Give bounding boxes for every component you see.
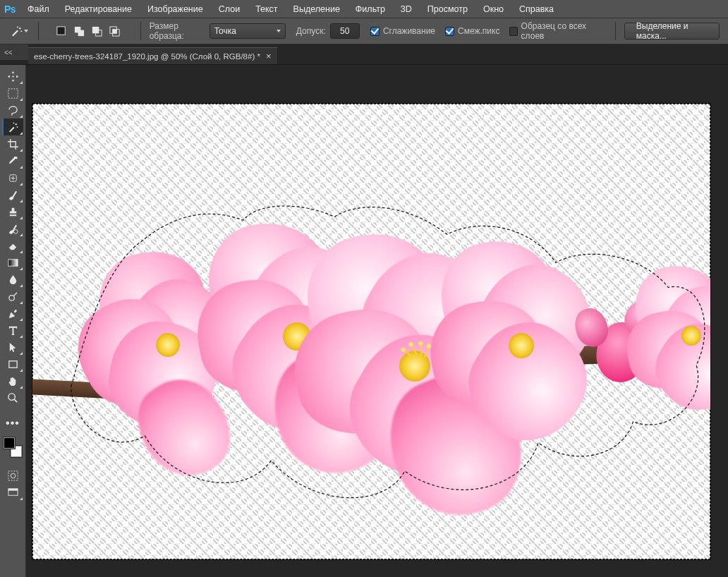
- current-tool-indicator[interactable]: [10, 23, 28, 39]
- sample-size-value: Точка: [214, 26, 236, 36]
- tool-crop[interactable]: [2, 135, 23, 152]
- svg-point-14: [8, 393, 14, 399]
- menu-text[interactable]: Текст: [248, 0, 285, 18]
- quick-mask-icon: [7, 470, 19, 482]
- menu-file[interactable]: Файл: [20, 0, 57, 18]
- menu-image[interactable]: Изображение: [140, 0, 211, 18]
- hand-icon: [7, 375, 19, 387]
- lasso-icon: [7, 104, 19, 116]
- tool-eyedropper[interactable]: [2, 152, 23, 169]
- selection-add-icon[interactable]: [72, 23, 87, 39]
- selection-intersect-icon[interactable]: [107, 23, 123, 39]
- tool-move[interactable]: [2, 68, 23, 85]
- tool-blur[interactable]: [2, 271, 23, 288]
- canvas-wrap: [26, 65, 728, 577]
- selection-mode-group: [54, 18, 125, 44]
- contiguous-checkbox[interactable]: Смеж.пикс: [445, 26, 499, 36]
- pen-icon: [7, 308, 19, 320]
- selection-subtract-icon[interactable]: [90, 23, 105, 39]
- image-content: [32, 104, 710, 559]
- separator: [38, 22, 39, 40]
- tool-eraser[interactable]: [2, 237, 23, 254]
- menu-filter[interactable]: Фильтр: [348, 0, 393, 18]
- app-logo: Ps: [0, 0, 20, 18]
- tool-shape[interactable]: [2, 356, 23, 372]
- tool-zoom[interactable]: [2, 389, 23, 406]
- tools-toolbar: •••: [0, 65, 26, 577]
- svg-rect-18: [8, 488, 17, 490]
- selection-new-icon[interactable]: [54, 23, 70, 39]
- zoom-icon: [7, 392, 19, 404]
- tool-pen[interactable]: [2, 305, 23, 322]
- menu-edit[interactable]: Редактирование: [57, 0, 140, 18]
- close-tab-icon[interactable]: ×: [266, 51, 272, 61]
- chevron-down-icon: [24, 30, 28, 32]
- collapse-panel-button[interactable]: <<: [0, 44, 28, 60]
- tool-lasso[interactable]: [2, 102, 23, 119]
- stamp-icon: [7, 206, 19, 218]
- magic-wand-icon: [7, 121, 19, 133]
- document-tab[interactable]: ese-cherry-trees-324187_1920.jpg @ 50% (…: [28, 47, 278, 64]
- chevron-down-icon: [277, 30, 281, 32]
- main-area: •••: [0, 65, 728, 577]
- tool-dodge[interactable]: [2, 288, 23, 305]
- svg-point-12: [8, 295, 14, 300]
- tolerance-label: Допуск:: [296, 26, 326, 36]
- history-brush-icon: [7, 223, 19, 235]
- dodge-icon: [7, 291, 19, 303]
- menu-help[interactable]: Справка: [511, 0, 562, 18]
- tool-brush[interactable]: [2, 186, 23, 203]
- svg-point-16: [11, 473, 16, 478]
- move-icon: [7, 71, 19, 83]
- menu-view[interactable]: Просмотр: [420, 0, 475, 18]
- separator: [140, 22, 141, 40]
- svg-rect-15: [8, 470, 17, 480]
- foreground-color-swatch[interactable]: [4, 437, 15, 449]
- checkbox-on-icon: [445, 27, 454, 36]
- marquee-icon: [7, 87, 19, 99]
- eyedropper-icon: [7, 155, 19, 167]
- healing-brush-icon: [7, 172, 19, 184]
- tolerance-input[interactable]: [330, 23, 360, 39]
- document-canvas[interactable]: [32, 104, 710, 559]
- sample-all-layers-checkbox[interactable]: Образец со всех слоев: [509, 21, 597, 41]
- screen-mode-toggle[interactable]: [2, 484, 23, 501]
- svg-point-10: [13, 229, 18, 233]
- selection-outline: [32, 104, 710, 559]
- menu-window[interactable]: Окно: [475, 0, 511, 18]
- antialias-checkbox[interactable]: Сглаживание: [370, 26, 435, 36]
- tool-edit-toolbar[interactable]: •••: [2, 415, 23, 432]
- svg-rect-2: [78, 30, 85, 36]
- svg-rect-8: [8, 88, 17, 97]
- path-select-icon: [7, 341, 19, 353]
- select-and-mask-button[interactable]: Выделение и маска...: [624, 23, 720, 40]
- crop-icon: [7, 138, 19, 150]
- gradient-icon: [7, 257, 19, 269]
- menu-layers[interactable]: Слои: [211, 0, 248, 18]
- type-icon: [7, 324, 19, 336]
- quick-mask-toggle[interactable]: [2, 467, 23, 484]
- magic-wand-icon: [10, 25, 23, 37]
- options-bar: Размер образца: Точка Допуск: Сглаживани…: [0, 18, 728, 44]
- tool-marquee[interactable]: [2, 85, 23, 102]
- svg-rect-11: [8, 259, 17, 265]
- tool-path-select[interactable]: [2, 339, 23, 356]
- tool-magic-wand[interactable]: [2, 119, 23, 135]
- more-icon: •••: [6, 417, 20, 430]
- tool-stamp[interactable]: [2, 203, 23, 220]
- menu-3d[interactable]: 3D: [393, 0, 420, 18]
- tool-history-brush[interactable]: [2, 220, 23, 237]
- blur-icon: [7, 274, 19, 286]
- tool-gradient[interactable]: [2, 254, 23, 271]
- tool-type[interactable]: [2, 322, 23, 339]
- tool-hand[interactable]: [2, 372, 23, 389]
- svg-rect-0: [57, 26, 65, 34]
- tool-healing[interactable]: [2, 169, 23, 186]
- menu-bar: Ps Файл Редактирование Изображение Слои …: [0, 0, 728, 18]
- sample-size-select[interactable]: Точка: [210, 23, 286, 39]
- sample-size-label: Размер образца:: [150, 21, 205, 41]
- menu-select[interactable]: Выделение: [286, 0, 348, 18]
- svg-rect-7: [113, 29, 117, 33]
- separator: [615, 22, 616, 40]
- foreground-background-swatches[interactable]: [2, 436, 23, 458]
